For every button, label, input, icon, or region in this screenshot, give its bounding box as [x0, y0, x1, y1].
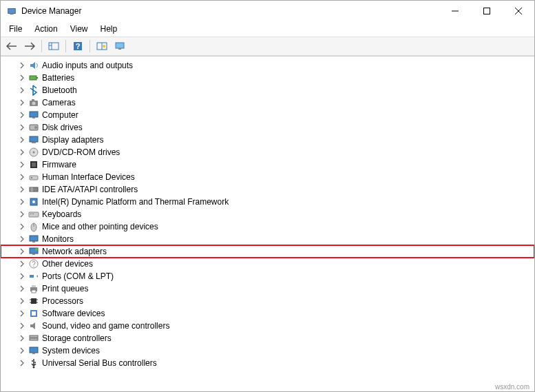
svg-rect-16 — [30, 76, 36, 80]
show-hide-console-button[interactable] — [45, 39, 62, 54]
ide-icon — [28, 184, 39, 195]
expand-icon[interactable] — [17, 172, 27, 182]
expand-icon[interactable] — [17, 73, 27, 83]
expand-icon[interactable] — [17, 185, 27, 194]
expand-icon[interactable] — [17, 98, 27, 107]
tree-label: Human Interface Devices — [42, 172, 135, 182]
tree-item-usb[interactable]: Universal Serial Bus controllers — [1, 357, 534, 369]
close-button[interactable] — [503, 1, 534, 21]
svg-rect-14 — [116, 43, 124, 48]
tree-item-computer[interactable]: Computer — [1, 109, 534, 121]
tree-label: Keyboards — [42, 209, 81, 219]
disk-icon — [28, 122, 39, 133]
expand-icon[interactable] — [17, 222, 27, 231]
monitor-button[interactable] — [112, 39, 128, 54]
tree-item-disk[interactable]: Disk drives — [1, 121, 534, 134]
tree-item-display[interactable]: Display adapters — [1, 134, 534, 146]
forward-button[interactable] — [21, 39, 38, 54]
svg-point-24 — [34, 126, 37, 129]
tree-item-software[interactable]: Software devices — [1, 307, 534, 320]
menu-file[interactable]: File — [3, 23, 28, 35]
expand-icon[interactable] — [17, 247, 27, 256]
camera-icon — [28, 97, 39, 108]
tree-label: Batteries — [42, 73, 74, 83]
tree-item-ide[interactable]: IDE ATA/ATAPI controllers — [1, 183, 534, 196]
expand-icon[interactable] — [17, 123, 27, 132]
tree-item-battery[interactable]: Batteries — [1, 72, 534, 84]
device-tree-panel[interactable]: Audio inputs and outputsBatteriesBluetoo… — [1, 56, 534, 391]
tree-item-cpu[interactable]: Processors — [1, 295, 534, 307]
scan-hardware-button[interactable] — [94, 39, 110, 54]
expand-icon[interactable] — [17, 85, 27, 95]
tree-label: Audio inputs and outputs — [42, 61, 133, 70]
expand-icon[interactable] — [17, 284, 27, 293]
expand-icon[interactable] — [17, 346, 27, 355]
tree-item-system[interactable]: System devices — [1, 344, 534, 357]
expand-icon[interactable] — [17, 197, 27, 207]
tree-item-thermal[interactable]: Intel(R) Dynamic Platform and Thermal Fr… — [1, 196, 534, 208]
expand-icon[interactable] — [17, 135, 27, 145]
tree-label: Print queues — [42, 284, 88, 293]
expand-icon[interactable] — [17, 271, 27, 281]
svg-rect-53 — [32, 285, 36, 287]
tree-item-audio[interactable]: Audio inputs and outputs — [1, 59, 534, 72]
expand-icon[interactable] — [17, 333, 27, 343]
titlebar: Device Manager — [1, 1, 534, 21]
svg-text:?: ? — [32, 260, 36, 268]
tree-item-other[interactable]: ?Other devices — [1, 258, 534, 270]
expand-icon[interactable] — [17, 61, 27, 70]
tree-item-keyboard[interactable]: Keyboards — [1, 208, 534, 220]
tree-label: Cameras — [42, 98, 76, 107]
svg-point-19 — [32, 102, 36, 105]
expand-icon[interactable] — [17, 296, 27, 306]
svg-point-66 — [33, 367, 35, 369]
expand-icon[interactable] — [17, 321, 27, 331]
tree-label: Storage controllers — [42, 333, 112, 343]
tree-item-network[interactable]: Network adapters — [1, 245, 534, 258]
window-title: Device Manager — [21, 6, 439, 16]
tree-item-camera[interactable]: Cameras — [1, 96, 534, 109]
audio-icon — [28, 60, 39, 71]
menu-view[interactable]: View — [65, 23, 94, 35]
tree-label: Network adapters — [42, 247, 107, 256]
expand-icon[interactable] — [17, 234, 27, 244]
tree-item-hid[interactable]: Human Interface Devices — [1, 171, 534, 183]
tree-item-firmware[interactable]: Firmware — [1, 158, 534, 171]
toolbar-separator — [41, 40, 42, 52]
svg-rect-17 — [36, 77, 38, 79]
menu-help[interactable]: Help — [95, 23, 123, 35]
help-button[interactable]: ? — [70, 39, 86, 54]
tree-item-ports[interactable]: Ports (COM & LPT) — [1, 270, 534, 282]
expand-icon[interactable] — [17, 110, 27, 120]
app-icon — [6, 6, 17, 17]
toolbar-separator — [90, 40, 90, 52]
minimize-button[interactable] — [439, 1, 471, 21]
maximize-button[interactable] — [471, 1, 503, 21]
svg-rect-0 — [8, 9, 16, 14]
expand-icon[interactable] — [17, 358, 27, 368]
tree-item-mouse[interactable]: Mice and other pointing devices — [1, 220, 534, 233]
expand-icon[interactable] — [17, 209, 27, 219]
menu-action[interactable]: Action — [29, 23, 63, 35]
bluetooth-icon — [28, 85, 39, 96]
storage-icon — [28, 333, 39, 344]
tree-item-dvd[interactable]: DVD/CD-ROM drives — [1, 146, 534, 158]
expand-icon[interactable] — [17, 147, 27, 157]
svg-rect-63 — [30, 338, 38, 340]
expand-icon[interactable] — [17, 259, 27, 269]
back-button[interactable] — [3, 39, 20, 54]
svg-point-13 — [103, 45, 105, 48]
tree-item-storage[interactable]: Storage controllers — [1, 332, 534, 344]
expand-icon[interactable] — [17, 309, 27, 318]
tree-label: Monitors — [42, 234, 74, 244]
tree-item-sound[interactable]: Sound, video and game controllers — [1, 320, 534, 332]
svg-rect-55 — [31, 298, 36, 304]
tree-item-monitor[interactable]: Monitors — [1, 233, 534, 245]
sound-icon — [28, 320, 39, 331]
tree-item-printer[interactable]: Print queues — [1, 282, 534, 295]
svg-rect-6 — [49, 43, 59, 50]
svg-rect-3 — [484, 8, 490, 14]
tree-item-bluetooth[interactable]: Bluetooth — [1, 84, 534, 96]
svg-rect-20 — [32, 99, 34, 101]
expand-icon[interactable] — [17, 160, 27, 169]
